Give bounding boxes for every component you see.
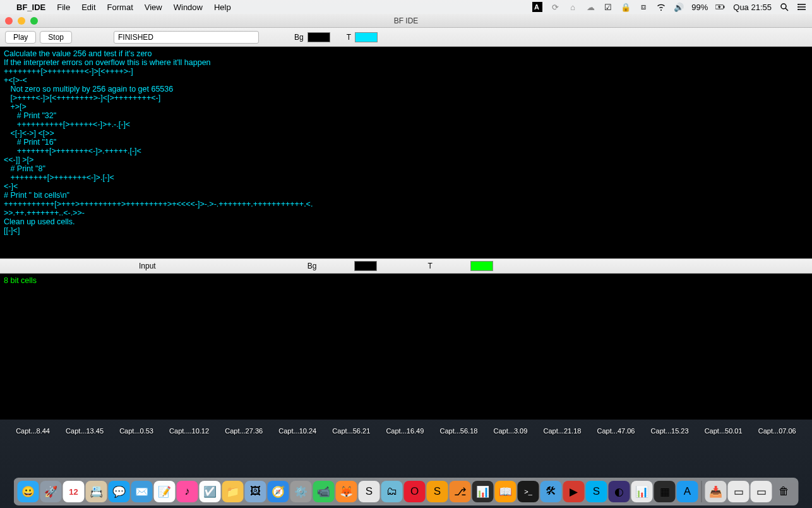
desktop-file[interactable]: Capt...15.23 [651,427,689,435]
bg1-label: Bg [294,33,304,42]
dock-notes[interactable]: 📝 [154,481,176,502]
dock-launchpad[interactable]: 🚀 [40,481,62,502]
input-label: Input [139,262,156,270]
cloud-icon[interactable]: ☁ [585,2,595,12]
titlebar[interactable]: BF IDE [0,14,812,28]
dock-app3[interactable]: ⎇ [450,481,471,502]
dock: 😀🚀12📇💬✉️📝♪☑️📁🖼🧭⚙️📹🦊S🗂OS⎇📊📖>_🛠▶S◐📊▦A📥▭▭🗑 [14,478,799,505]
dock-app4[interactable]: ▶ [563,481,585,502]
wifi-icon[interactable] [656,2,666,12]
dock-mail[interactable]: ✉️ [131,481,153,502]
desktop-file[interactable]: Capt...0.53 [119,427,153,435]
clock[interactable]: Qua 21:55 [733,3,772,12]
sync-icon[interactable]: ⟳ [550,2,560,12]
desktop-file[interactable]: Capt...8.44 [16,427,50,435]
desktop-file[interactable]: Capt...10.24 [278,427,316,435]
dock-sublime[interactable]: S [427,481,448,502]
adobe-icon[interactable]: A [532,2,542,12]
dock-opera[interactable]: O [404,481,426,502]
spotlight-icon[interactable] [779,2,789,12]
t1-label: T [347,33,351,42]
dock-preview[interactable]: 🖼 [245,481,266,502]
maximize-button[interactable] [30,17,38,25]
window-title: BF IDE [394,16,419,25]
dock-trash[interactable]: 🗑 [773,481,795,502]
output-bg-swatch[interactable] [354,261,377,271]
dock-eclipse[interactable]: ◐ [609,481,630,502]
svg-point-10 [797,6,799,8]
desktop-file[interactable]: Capt....10.12 [169,427,209,435]
shield-icon[interactable]: ☑ [603,2,613,12]
svg-line-5 [785,8,788,11]
desktop-file[interactable]: Capt...50.01 [705,427,743,435]
menu-edit[interactable]: Edit [81,3,95,12]
menu-view[interactable]: View [145,3,162,12]
svg-text:A: A [534,3,539,11]
desktop-file[interactable]: Capt...21.18 [543,427,581,435]
dock-itunes[interactable]: ♪ [177,481,198,502]
output-panel[interactable]: 8 bit cells [0,274,812,420]
dock-terminal[interactable]: >_ [518,481,539,502]
menubar: BF_IDE File Edit Format View Window Help… [0,0,812,14]
dock-calendar[interactable]: 12 [63,481,85,502]
volume-icon[interactable]: 🔊 [674,2,684,12]
dock-stack2[interactable]: ▭ [751,481,772,502]
app-name[interactable]: BF_IDE [16,3,45,12]
menu-file[interactable]: File [57,3,70,12]
desktop-file[interactable]: Capt...13.45 [66,427,104,435]
play-button[interactable]: Play [5,31,36,44]
battery-icon[interactable] [715,2,725,12]
status-field[interactable]: FINISHED [114,31,259,44]
code-editor[interactable]: Calculate the value 256 and test if it's… [0,47,812,258]
dock-contacts[interactable]: 📇 [86,481,107,502]
menu-help[interactable]: Help [214,3,231,12]
lock-icon[interactable]: 🔒 [621,2,631,12]
menu-window[interactable]: Window [174,3,203,12]
app-window: BF IDE Play Stop FINISHED Bg T Calculate… [0,14,812,420]
dock-preview2[interactable]: 🛠 [540,481,562,502]
home-icon[interactable]: ⌂ [568,2,578,12]
bluetooth-icon[interactable]: ⧈ [638,2,648,12]
desktop-file[interactable]: Capt...47.06 [597,427,635,435]
dock-finder[interactable]: 😀 [18,481,39,502]
dock-divider [702,481,702,502]
dock-app1[interactable]: S [359,481,380,502]
minimize-button[interactable] [18,17,25,25]
editor-text-swatch[interactable] [355,32,378,42]
desktop-file[interactable]: Capt...27.36 [225,427,263,435]
dock-activity[interactable]: 📊 [472,481,494,502]
dock-appstore[interactable]: A [677,481,698,502]
dock-settings[interactable]: ⚙️ [290,481,312,502]
desktop-file[interactable]: Capt...3.09 [494,427,528,435]
dock-numbers[interactable]: 📊 [631,481,653,502]
editor-bg-swatch[interactable] [307,32,330,42]
t2-label: T [427,262,432,270]
stop-button[interactable]: Stop [40,31,72,44]
desktop-file[interactable]: Capt...16.49 [386,427,424,435]
desktop-file[interactable]: Capt...07.06 [758,427,796,435]
desktop-file[interactable]: Capt...56.18 [439,427,477,435]
dock-app2[interactable]: 🗂 [381,481,403,502]
battery-pct: 99% [691,3,708,12]
close-button[interactable] [5,17,13,25]
output-text-swatch[interactable] [470,261,493,271]
desktop-file-row: Capt...8.44Capt...13.45Capt...0.53Capt..… [0,427,812,435]
dock-books[interactable]: 📖 [495,481,516,502]
dock-firefox[interactable]: 🦊 [336,481,357,502]
dock-stack1[interactable]: ▭ [728,481,749,502]
dock-downloads[interactable]: 📥 [705,481,727,502]
output-toolbar: Input Bg T [0,258,812,274]
dock-app5[interactable]: ▦ [654,481,676,502]
menu-format[interactable]: Format [107,3,133,12]
dock-safari[interactable]: 🧭 [268,481,289,502]
dock-facetime[interactable]: 📹 [313,481,335,502]
dock-folder[interactable]: 📁 [222,481,244,502]
dock-reminders[interactable]: ☑️ [200,481,221,502]
notifications-icon[interactable] [797,2,807,12]
svg-point-4 [781,4,786,9]
top-toolbar: Play Stop FINISHED Bg T [0,28,812,47]
desktop-file[interactable]: Capt...56.21 [332,427,370,435]
dock-skype[interactable]: S [586,481,607,502]
svg-point-11 [797,9,799,10]
dock-messages[interactable]: 💬 [109,481,130,502]
